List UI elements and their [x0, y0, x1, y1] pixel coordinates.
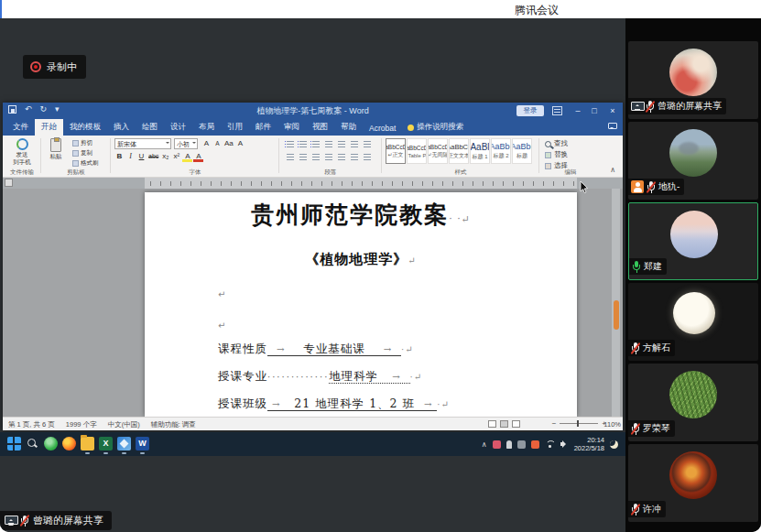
font-size-combo[interactable]: 小初: [174, 138, 198, 149]
align-center-icon[interactable]: [298, 151, 309, 162]
style-heading-2[interactable]: AaBb(标题 2: [491, 138, 511, 164]
taskbar-app-green-icon[interactable]: [44, 437, 58, 451]
tab-home[interactable]: 开始: [35, 119, 63, 136]
style-body-text[interactable]: AaBbCc正文文本: [449, 138, 469, 164]
participant-tile[interactable]: 许冲: [628, 444, 758, 522]
page-indicator[interactable]: 第 1 页, 共 6 页: [8, 420, 55, 429]
taskbar-search-icon[interactable]: [26, 437, 39, 451]
sort-icon[interactable]: [349, 138, 360, 149]
copy-button[interactable]: 复制: [72, 149, 99, 157]
web-layout-icon[interactable]: [512, 420, 520, 428]
participant-tile-screen-share[interactable]: 曾璐的屏幕共享: [628, 41, 758, 119]
borders-icon[interactable]: [362, 151, 373, 162]
read-mode-icon[interactable]: [488, 420, 496, 428]
highlight-color-button[interactable]: A: [182, 151, 192, 162]
firefox-icon[interactable]: [62, 437, 76, 451]
tab-file[interactable]: 文件: [6, 119, 35, 136]
language-indicator[interactable]: 中文(中国): [108, 420, 140, 429]
send-to-phone-button[interactable]: 发送 到手机: [5, 136, 39, 166]
decrease-indent-icon[interactable]: [323, 138, 334, 149]
excel-icon[interactable]: X: [99, 437, 113, 451]
subscript-button[interactable]: x₂: [160, 151, 170, 162]
format-painter-button[interactable]: 格式刷: [72, 159, 99, 168]
show-marks-icon[interactable]: [362, 138, 373, 149]
word-icon[interactable]: W: [136, 437, 149, 451]
shrink-font-button[interactable]: A: [212, 138, 223, 149]
font-name-combo[interactable]: 新宋体: [114, 138, 171, 149]
signin-button[interactable]: 登录: [516, 105, 544, 116]
document-page[interactable]: 贵州师范学院教案· ·↵ 《植物地理学》↵ ↵ ↵ 课程性质 → 专业基础课 →…: [145, 192, 577, 417]
align-right-icon[interactable]: [310, 151, 321, 162]
tray-mic-icon[interactable]: [506, 440, 512, 449]
style-heading[interactable]: AaBb(标题: [512, 138, 532, 164]
collapse-ribbon-icon[interactable]: ∧: [610, 166, 615, 174]
tab-review[interactable]: 审阅: [277, 119, 306, 136]
numbering-icon[interactable]: [298, 138, 309, 149]
tab-insert[interactable]: 插入: [107, 119, 136, 136]
zoom-slider-thumb[interactable]: [577, 420, 579, 427]
superscript-button[interactable]: x²: [171, 151, 181, 162]
participant-tile[interactable]: 方解石: [628, 283, 758, 361]
restore-button[interactable]: □: [586, 103, 603, 120]
taskbar-app-blue-icon[interactable]: [117, 437, 131, 451]
grow-font-button[interactable]: A: [201, 138, 212, 149]
participant-tile-active-speaker[interactable]: 郑建: [628, 202, 758, 280]
tab-mailings[interactable]: 邮件: [249, 119, 277, 136]
wifi-icon[interactable]: [545, 440, 555, 448]
style-normal[interactable]: AaBbCcDd↵正文: [386, 138, 406, 164]
tray-chevron-icon[interactable]: ∧: [482, 440, 487, 449]
bold-button[interactable]: B: [114, 151, 125, 162]
scrollbar-thumb[interactable]: [614, 300, 619, 330]
print-layout-icon[interactable]: [500, 420, 508, 428]
taskbar-clock[interactable]: 20:14 2022/5/18: [574, 436, 604, 452]
cut-button[interactable]: 剪切: [72, 139, 99, 147]
paste-button[interactable]: 粘贴: [43, 136, 69, 159]
accessibility-indicator[interactable]: 辅助功能: 调查: [151, 420, 196, 429]
tab-draw[interactable]: 绘图: [136, 119, 164, 136]
recording-indicator[interactable]: 录制中: [23, 55, 86, 79]
minimize-button[interactable]: –: [570, 103, 586, 120]
participant-tile[interactable]: 地犰-: [628, 122, 758, 200]
tab-help[interactable]: 帮助: [334, 119, 363, 136]
clear-format-button[interactable]: A: [235, 138, 245, 149]
tray-security-icon[interactable]: [531, 440, 539, 449]
document-canvas[interactable]: 贵州师范学院教案· ·↵ 《植物地理学》↵ ↵ ↵ 课程性质 → 专业基础课 →…: [3, 189, 623, 417]
close-button[interactable]: ×: [604, 103, 621, 120]
word-count[interactable]: 1999 个字: [66, 420, 97, 429]
volume-icon[interactable]: [560, 440, 569, 449]
night-mode-icon[interactable]: [610, 440, 618, 449]
underline-button[interactable]: U: [136, 151, 147, 162]
tab-references[interactable]: 引用: [221, 119, 249, 136]
zoom-out-button[interactable]: −: [552, 419, 557, 428]
tab-my-templates[interactable]: 我的模板: [63, 119, 107, 136]
strikethrough-button[interactable]: abc: [147, 151, 159, 162]
bullets-icon[interactable]: [285, 138, 296, 149]
zoom-slider[interactable]: [560, 423, 598, 424]
replace-button[interactable]: 替换: [545, 149, 568, 160]
multilevel-list-icon[interactable]: [310, 138, 321, 149]
shading-icon[interactable]: [349, 151, 360, 162]
file-explorer-icon[interactable]: [81, 437, 94, 451]
participant-tile[interactable]: 罗荣琴: [628, 364, 758, 441]
tab-acrobat[interactable]: Acrobat: [363, 121, 402, 136]
line-spacing-icon[interactable]: [336, 151, 347, 162]
tell-me-search[interactable]: 操作说明搜索: [402, 119, 469, 136]
italic-button[interactable]: I: [125, 151, 136, 162]
tab-stop-selector[interactable]: [5, 179, 13, 187]
zoom-level[interactable]: 110%: [603, 420, 621, 429]
style-no-spacing[interactable]: AaBbCcDd↵无间隔: [428, 138, 448, 164]
comments-icon[interactable]: [608, 123, 617, 129]
find-button[interactable]: 查找: [545, 138, 568, 149]
increase-indent-icon[interactable]: [336, 138, 347, 149]
ribbon-display-options-icon[interactable]: [552, 106, 562, 115]
tab-view[interactable]: 视图: [306, 119, 334, 136]
justify-icon[interactable]: [323, 151, 334, 162]
change-case-button[interactable]: Aa: [223, 138, 234, 149]
style-table-p[interactable]: AaBbCcDd↵Table P...: [407, 138, 427, 164]
start-button[interactable]: [7, 437, 21, 451]
horizontal-ruler[interactable]: [3, 178, 623, 189]
tab-layout[interactable]: 布局: [192, 119, 221, 136]
font-color-button[interactable]: A: [193, 151, 203, 162]
tray-app-icon[interactable]: [493, 440, 501, 449]
style-heading-1[interactable]: AaBl标题 1: [470, 138, 490, 164]
